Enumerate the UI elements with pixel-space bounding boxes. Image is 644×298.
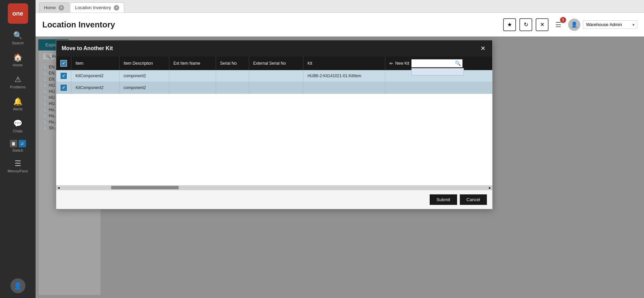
user-role-select[interactable]: Warehouse Admin <box>583 20 637 29</box>
row-checkbox-cell <box>56 82 71 94</box>
row-2-external-serial-no <box>249 82 303 94</box>
row-2-ext-item-name <box>169 82 216 94</box>
content-panels: 🔍 Filter 📄EN... 📄EN... 📄EN... 📄HU... 📄HU… <box>38 50 641 295</box>
home-icon: 🏠 <box>13 53 22 62</box>
modal-close-button[interactable]: ✕ <box>479 50 487 52</box>
select-all-checkbox[interactable] <box>60 60 67 67</box>
user-select-wrap: Warehouse Admin <box>583 20 637 29</box>
sidebar-item-chats[interactable]: 💬 Chats <box>0 115 36 137</box>
row-2-checkbox[interactable] <box>61 85 67 91</box>
sidebar-item-home[interactable]: 🏠 Home <box>0 49 36 71</box>
tab-bar: Home ✕ Location Inventory ✕ <box>36 0 644 13</box>
row-1-item: KitComponent2 <box>71 70 120 82</box>
row-1-ext-item-name <box>169 70 216 82</box>
content-area: Explorer Inventory Summary Report 🔍 Filt… <box>36 37 644 298</box>
row-1-checkbox[interactable] <box>61 73 67 79</box>
row-2-new-kit <box>385 82 492 94</box>
notification-button[interactable]: ☰ 1 <box>552 18 565 31</box>
col-header-item-description: Item Description <box>119 57 169 70</box>
data-table: Item Item Description Ext Item Name Seri… <box>56 57 492 94</box>
scroll-left-button[interactable]: ◄ <box>57 186 60 190</box>
user-area: 👤 Warehouse Admin <box>568 19 637 31</box>
tab-location-inventory-close[interactable]: ✕ <box>114 5 119 10</box>
row-2-kit <box>303 82 385 94</box>
notification-badge: 1 <box>560 17 566 23</box>
warning-icon: ⚠ <box>15 75 21 84</box>
header-right: ★ ↻ ✕ ☰ 1 👤 Warehouse Admin <box>503 18 637 31</box>
tab-home[interactable]: Home ✕ <box>39 2 69 13</box>
menu-icon: ☰ <box>15 159 21 168</box>
switch-icon-left: 📋 <box>10 140 17 147</box>
switch-icons: 📋 ⇄ <box>10 140 26 147</box>
refresh-button[interactable]: ↻ <box>519 18 532 31</box>
user-avatar: 👤 <box>568 19 580 31</box>
row-2-item: KitComponent2 <box>71 82 120 94</box>
sidebar-item-label-menus: Menus/Favs <box>8 169 28 173</box>
sidebar-item-search[interactable]: 🔍 Search <box>0 27 36 49</box>
tab-home-label: Home <box>44 5 56 10</box>
new-kit-label: New Kit <box>395 61 409 66</box>
sidebar: one 🔍 Search 🏠 Home ⚠ Problems 🔔 Alerts … <box>0 0 36 298</box>
modal-title: Move to Another Kit <box>62 50 113 51</box>
row-checkbox-cell <box>56 70 71 82</box>
row-2-item-description: component2 <box>119 82 169 94</box>
col-header-new-kit: ✏ New Kit 🔍 <box>385 57 492 70</box>
page-title: Location Inventory <box>42 20 115 29</box>
new-kit-input-container: 🔍 <box>411 59 463 67</box>
col-header-checkbox <box>56 57 71 70</box>
col-header-serial-no: Serial No <box>216 57 249 70</box>
row-1-external-serial-no <box>249 70 303 82</box>
chat-icon: 💬 <box>13 119 22 128</box>
col-header-external-serial-no: External Serial No <box>249 57 303 70</box>
tab-home-close[interactable]: ✕ <box>59 5 64 10</box>
new-kit-header: ✏ New Kit 🔍 <box>389 59 488 67</box>
modal-header: Move to Another Kit ✕ <box>56 50 492 57</box>
new-kit-input-wrap: 🔍 <box>411 59 463 67</box>
switch-icon-right: ⇄ <box>19 140 26 147</box>
row-1-item-description: component2 <box>119 70 169 82</box>
modal-move-to-another-kit: Move to Another Kit ✕ <box>56 50 493 209</box>
col-header-item: Item <box>71 57 120 70</box>
col-header-kit: Kit <box>303 57 385 70</box>
row-2-serial-no <box>216 82 249 94</box>
sidebar-item-problems[interactable]: ⚠ Problems <box>0 71 36 93</box>
sidebar-item-label-alerts: Alerts <box>13 107 22 111</box>
page-header: Location Inventory ★ ↻ ✕ ☰ 1 👤 Warehouse… <box>36 13 644 37</box>
sidebar-item-switch[interactable]: 📋 ⇄ Switch <box>0 137 36 155</box>
sidebar-item-label-chats: Chats <box>13 129 23 133</box>
app-logo[interactable]: one <box>8 3 28 24</box>
col-header-ext-item-name: Ext Item Name <box>169 57 216 70</box>
star-button[interactable]: ★ <box>503 18 516 31</box>
cancel-button[interactable]: Cancel <box>460 194 487 205</box>
table-scroll-container[interactable]: Item Item Description Ext Item Name Seri… <box>56 57 492 185</box>
sidebar-item-alerts[interactable]: 🔔 Alerts <box>0 93 36 115</box>
sidebar-item-label-switch: Switch <box>12 148 23 152</box>
row-1-serial-no <box>216 70 249 82</box>
close-page-button[interactable]: ✕ <box>536 18 549 31</box>
edit-icon: ✏ <box>389 61 393 66</box>
row-1-kit: HUB6-2-Kit141021-01.KitItem <box>303 70 385 82</box>
tab-location-inventory[interactable]: Location Inventory ✕ <box>70 2 124 13</box>
main-area: Home ✕ Location Inventory ✕ Location Inv… <box>36 0 644 298</box>
sidebar-item-label-problems: Problems <box>10 85 25 89</box>
tab-location-inventory-label: Location Inventory <box>75 5 111 10</box>
new-kit-search-button[interactable]: 🔍 <box>455 61 461 66</box>
submit-button[interactable]: Submit <box>430 194 457 205</box>
scroll-right-button[interactable]: ► <box>488 186 492 190</box>
sidebar-item-label-search: Search <box>12 41 24 45</box>
sidebar-item-menus-favs[interactable]: ☰ Menus/Favs <box>0 155 36 177</box>
sidebar-item-label-home: Home <box>13 63 23 67</box>
modal-footer: Submit Cancel <box>56 190 492 209</box>
new-kit-input[interactable] <box>413 60 454 66</box>
modal-body: Item Item Description Ext Item Name Seri… <box>56 57 492 190</box>
scrollbar-thumb[interactable] <box>111 186 179 189</box>
modal-overlay: Move to Another Kit ✕ <box>38 50 641 295</box>
bell-icon: 🔔 <box>13 97 22 106</box>
horizontal-scrollbar[interactable]: ◄ ► <box>56 185 492 190</box>
new-kit-dropdown[interactable] <box>411 68 464 76</box>
user-avatar-sidebar[interactable]: 👤 <box>10 278 25 293</box>
search-icon: 🔍 <box>13 31 22 40</box>
table-row: KitComponent2 component2 <box>56 82 492 94</box>
